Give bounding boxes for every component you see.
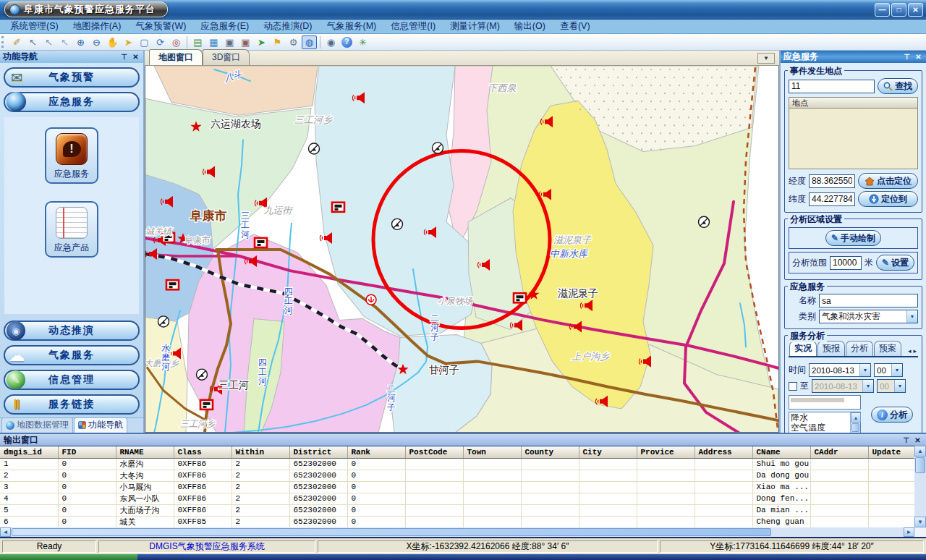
longitude-input[interactable] — [809, 174, 855, 188]
menu-system-management[interactable]: 系统管理(S) — [3, 20, 66, 33]
sign-marker-icon[interactable] — [392, 219, 403, 229]
nav-pin-icon[interactable]: ⊤ — [119, 53, 129, 61]
identify-icon[interactable]: ◎ — [169, 35, 184, 49]
column-CAddr[interactable]: CAddr — [810, 446, 868, 458]
nav-big-emergency-service[interactable]: !应急服务 — [45, 127, 98, 184]
pan-icon[interactable]: ✋ — [105, 35, 120, 49]
export-tree-icon[interactable]: ✳ — [355, 35, 370, 49]
find-button[interactable]: 查找 — [878, 78, 918, 94]
scroll-down-icon[interactable]: ▼ — [914, 517, 926, 527]
element-item[interactable]: 空气温度 — [789, 423, 850, 433]
location-keyword-input[interactable] — [789, 80, 875, 93]
element-list[interactable]: 降水空气温度 ▲ — [789, 412, 861, 433]
map-canvas[interactable]: 六运湖农场三工河乡下西泉九运街阜康市城关镇阜康市滋泥泉子中新水库滋泥泉子小泉牧场… — [145, 66, 779, 433]
emergency-pin-icon[interactable]: ⊤ — [902, 53, 912, 61]
analysis-tab-analysis[interactable]: 分析 — [846, 341, 873, 356]
element-item[interactable]: 降水 — [789, 412, 850, 423]
tab-map-window[interactable]: 地图窗口 — [149, 49, 203, 65]
zoom-in-icon[interactable]: ⊕ — [73, 35, 88, 49]
globe-icon[interactable]: ◍ — [302, 35, 317, 49]
menu-view[interactable]: 查看(V) — [553, 20, 598, 33]
flag-marker-icon[interactable] — [332, 203, 344, 212]
pushpin-icon[interactable]: ⚑ — [270, 35, 285, 49]
output-pin-icon[interactable]: ⊤ — [901, 436, 911, 444]
toolbar-grip[interactable] — [1, 36, 6, 48]
scroll-left-icon[interactable]: ◄ — [0, 527, 11, 537]
column-Town[interactable]: Town — [463, 446, 521, 458]
tabs-scroll-right-icon[interactable]: ▸ — [912, 347, 917, 355]
place-list-header[interactable]: 地点 — [789, 97, 918, 109]
range-set-button[interactable]: ✎ 设置 — [876, 255, 914, 271]
analysis-tab-forecast[interactable]: 预报 — [817, 341, 845, 356]
hour-select[interactable]: 00 ▼ — [874, 363, 903, 377]
eye-icon[interactable]: ◉ — [323, 35, 339, 49]
menu-measure-calculation[interactable]: 测量计算(M) — [443, 20, 507, 33]
tabs-scroll-left-icon[interactable]: ◂ — [907, 347, 912, 355]
to-checkbox[interactable] — [789, 382, 797, 391]
manual-draw-button[interactable]: ✎ 手动绘制 — [825, 230, 881, 246]
flag-marker-icon[interactable] — [166, 280, 179, 289]
nav-item-weather-service[interactable]: ☁气象服务 — [4, 345, 140, 365]
pointer-icon[interactable]: ➤ — [121, 35, 136, 49]
column-FID[interactable]: FID — [58, 446, 116, 458]
menu-output[interactable]: 输出(O) — [507, 20, 553, 33]
zoom-out-icon[interactable]: ⊖ — [89, 35, 104, 49]
output-row[interactable]: 50大面场子沟0XFF8626523020000Da mian ... — [0, 504, 914, 516]
menu-info-management[interactable]: 信息管理(I) — [383, 20, 443, 33]
sign-marker-icon[interactable] — [197, 369, 208, 380]
layers-icon[interactable]: ▤ — [190, 35, 205, 49]
dropdown-arrow-icon[interactable]: ▼ — [859, 364, 870, 376]
column-RNAME[interactable]: RNAME — [116, 446, 174, 458]
nav-tab-map-data-management[interactable]: 地图数据管理 — [1, 417, 73, 433]
full-extent-icon[interactable]: ▢ — [137, 35, 152, 49]
output-horizontal-scrollbar[interactable]: ◄ ► — [0, 527, 914, 537]
nav-item-info-management[interactable]: ✎信息管理 — [4, 370, 140, 390]
measure-icon[interactable]: ✐ — [9, 35, 25, 49]
menu-map-operations[interactable]: 地图操作(A) — [66, 20, 129, 33]
element-list-scrollbar[interactable]: ▲ — [850, 412, 860, 433]
green-pointer-icon[interactable]: ➤ — [254, 35, 269, 49]
nav-big-emergency-product[interactable]: 应急产品 — [45, 201, 98, 258]
date-select[interactable]: 2010-08-13 ▼ — [809, 363, 871, 377]
export-image-icon[interactable]: ▦ — [206, 35, 221, 49]
nav-item-weather-warning[interactable]: ✉气象预警 — [4, 67, 140, 88]
output-row[interactable]: 30小马厩沟0XFF8626523020000Xiao ma ... — [0, 481, 914, 493]
analysis-range-input[interactable] — [830, 256, 862, 270]
dropdown-arrow-icon[interactable]: ▼ — [891, 364, 902, 376]
list-scroll-up-icon[interactable]: ▲ — [851, 412, 861, 423]
output-close-icon[interactable]: ✕ — [913, 436, 922, 444]
column-Rank[interactable]: Rank — [347, 446, 405, 458]
column-Provice[interactable]: Provice — [637, 446, 694, 458]
output-row[interactable]: 20大冬沟0XFF8626523020000Da dong gou — [0, 470, 914, 481]
column-District[interactable]: District — [289, 446, 347, 458]
analysis-tab-live[interactable]: 实况 — [789, 341, 817, 356]
flag-marker-icon[interactable] — [514, 293, 526, 302]
service-name-input[interactable] — [819, 294, 918, 307]
dropdown-arrow-icon[interactable]: ▼ — [862, 380, 873, 392]
column-Class[interactable]: Class — [174, 446, 232, 458]
column-dmgis_id[interactable]: dmgis_id — [0, 446, 58, 458]
select-arrow-icon[interactable]: ↖ — [25, 35, 41, 49]
column-CName[interactable]: CName — [752, 446, 810, 458]
select-rect-icon[interactable]: ↖ — [41, 35, 56, 49]
map-collapse-button[interactable]: ▼ — [757, 53, 775, 64]
service-type-select[interactable]: 气象和洪水灾害 ▼ — [819, 310, 918, 323]
tab-3d-window[interactable]: 3D窗口 — [203, 49, 250, 65]
analysis-tab-plan[interactable]: 预案 — [874, 341, 901, 356]
emergency-close-icon[interactable]: ✕ — [914, 53, 923, 61]
column-Update[interactable]: Update — [868, 446, 914, 458]
element-filter-box[interactable] — [789, 395, 861, 410]
output-vertical-scrollbar[interactable]: ▲ ▼ — [914, 446, 926, 527]
scroll-up-icon[interactable]: ▲ — [914, 446, 926, 457]
flag-marker-icon[interactable] — [200, 400, 213, 410]
scroll-right-icon[interactable]: ► — [904, 527, 914, 537]
locate-to-button[interactable]: 定位到 — [858, 191, 918, 207]
station-marker-icon[interactable] — [366, 294, 376, 305]
minimize-button[interactable]: — — [875, 3, 890, 17]
dropdown-arrow-icon[interactable]: ▼ — [894, 380, 905, 392]
sign-marker-icon[interactable] — [699, 216, 710, 227]
nav-close-icon[interactable]: ✕ — [131, 53, 140, 61]
settings-gear-icon[interactable]: ⚙ — [286, 35, 301, 49]
list-scroll-thumb[interactable] — [851, 423, 859, 432]
column-PostCode[interactable]: PostCode — [405, 446, 463, 458]
